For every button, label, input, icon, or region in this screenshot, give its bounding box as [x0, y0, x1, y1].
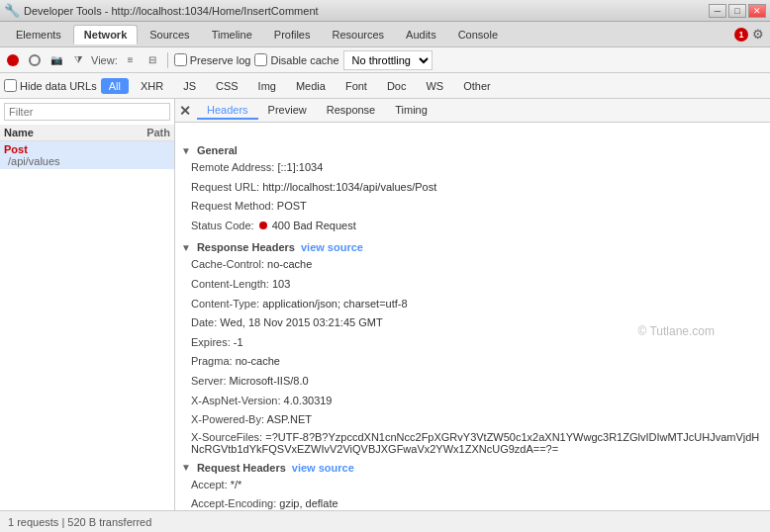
close-detail-button[interactable]: ✕ — [179, 104, 191, 118]
tab-resources[interactable]: Resources — [322, 26, 394, 44]
request-path: /api/values — [4, 155, 60, 167]
error-badge: 1 — [734, 28, 748, 42]
remote-address-key: Remote Address: — [191, 161, 274, 173]
tab-sources[interactable]: Sources — [140, 26, 199, 44]
response-headers-section: ▼ Response Headers view source — [181, 241, 764, 253]
left-panel: Name Path Post /api/values — [0, 99, 175, 510]
filter-tab-doc[interactable]: Doc — [379, 78, 415, 94]
status-text: 1 requests | 520 B transferred — [8, 516, 151, 528]
response-header-pragma: Pragma: no-cache — [181, 352, 764, 372]
tab-timeline[interactable]: Timeline — [202, 26, 262, 44]
filter-tab-css[interactable]: CSS — [208, 78, 246, 94]
preserve-log-label[interactable]: Preserve log — [174, 53, 251, 66]
hide-data-urls-text: Hide data URLs — [20, 80, 97, 92]
stop-button[interactable] — [26, 51, 44, 69]
status-code-val: 400 Bad Request — [272, 220, 356, 231]
detail-tabs: ✕ Headers Preview Response Timing — [175, 99, 770, 123]
request-url-key: Request URL: — [191, 181, 259, 193]
response-header-x-aspnet: X-AspNet-Version: 4.0.30319 — [181, 392, 764, 411]
left-panel-header: Name Path — [0, 125, 174, 141]
filter-tab-media[interactable]: Media — [288, 78, 334, 94]
path-column-header: Path — [146, 127, 170, 138]
request-headers-arrow-icon: ▼ — [181, 462, 191, 473]
request-name: Post — [4, 143, 60, 155]
filter-bar: Hide data URLs All XHR JS CSS Img Media … — [0, 73, 770, 99]
status-code-key: Status Code: — [191, 220, 254, 231]
general-arrow-icon: ▼ — [181, 145, 191, 156]
detail-content: © Tutlane.com ▼ General Remote Address: … — [175, 123, 770, 510]
devtools-icon: 🔧 — [4, 3, 20, 18]
main-toolbar: Elements Network Sources Timeline Profil… — [0, 22, 770, 47]
detail-view-icon[interactable]: ⊟ — [144, 51, 161, 69]
detail-tab-headers[interactable]: Headers — [197, 102, 258, 120]
tab-network[interactable]: Network — [73, 25, 138, 44]
filter-tab-ws[interactable]: WS — [418, 78, 451, 94]
response-header-x-powered: X-Powered-By: ASP.NET — [181, 410, 764, 430]
minimize-button[interactable]: ─ — [709, 4, 726, 18]
titlebar-title: Developer Tools - http://localhost:1034/… — [24, 5, 709, 17]
maximize-button[interactable]: □ — [728, 4, 746, 18]
disable-cache-text: Disable cache — [270, 54, 338, 66]
disable-cache-checkbox[interactable] — [254, 53, 267, 66]
filter-tab-js[interactable]: JS — [175, 78, 204, 94]
record-button[interactable] — [4, 51, 22, 69]
request-view-source-link[interactable]: view source — [292, 462, 354, 474]
request-method-key: Request Method: — [191, 200, 274, 212]
filter-tab-other[interactable]: Other — [455, 78, 499, 94]
response-headers-title: Response Headers — [197, 241, 295, 253]
window-buttons: ─ □ ✕ — [709, 4, 766, 18]
response-header-content-type: Content-Type: application/json; charset=… — [181, 295, 764, 314]
general-section-header: ▼ General — [181, 144, 764, 156]
right-panel: ✕ Headers Preview Response Timing © Tutl… — [175, 99, 770, 510]
response-header-date: Date: Wed, 18 Nov 2015 03:21:45 GMT — [181, 313, 764, 333]
screenshot-button[interactable]: 📷 — [48, 51, 65, 69]
view-source-link[interactable]: view source — [301, 241, 363, 253]
titlebar: 🔧 Developer Tools - http://localhost:103… — [0, 0, 770, 22]
tab-profiles[interactable]: Profiles — [264, 26, 321, 44]
filter-tab-font[interactable]: Font — [337, 78, 375, 94]
hide-data-urls-checkbox[interactable] — [4, 79, 17, 92]
request-url-val: http://localhost:1034/api/values/Post — [262, 181, 436, 193]
request-url-row: Request URL: http://localhost:1034/api/v… — [181, 178, 764, 198]
filter-tab-img[interactable]: Img — [250, 78, 284, 94]
preserve-log-checkbox[interactable] — [174, 53, 187, 66]
disable-cache-label[interactable]: Disable cache — [254, 53, 338, 66]
status-dot-icon — [259, 222, 267, 229]
list-view-icon[interactable]: ≡ — [122, 51, 140, 69]
detail-tab-response[interactable]: Response — [317, 102, 386, 120]
status-bar: 1 requests | 520 B transferred — [0, 510, 770, 532]
filter-tab-xhr[interactable]: XHR — [133, 78, 171, 94]
remote-address-val: [::1]:1034 — [277, 161, 323, 173]
request-headers-section: ▼ Request Headers view source — [181, 462, 764, 474]
search-input[interactable] — [4, 103, 170, 121]
hide-data-urls-label[interactable]: Hide data URLs — [4, 79, 97, 92]
response-header-content-length: Content-Length: 103 — [181, 275, 764, 295]
detail-tab-preview[interactable]: Preview — [258, 102, 317, 120]
filter-tab-all[interactable]: All — [101, 78, 129, 94]
response-header-expires: Expires: -1 — [181, 333, 764, 353]
main-content: Name Path Post /api/values ✕ Headers Pre… — [0, 99, 770, 510]
name-column-header: Name — [4, 127, 146, 138]
settings-icon[interactable]: ⚙ — [752, 27, 764, 42]
separator — [167, 52, 168, 68]
tab-elements[interactable]: Elements — [6, 26, 71, 44]
filter-button[interactable]: ⧩ — [69, 51, 87, 69]
request-header-accept-encoding: Accept-Encoding: gzip, deflate — [181, 494, 764, 510]
request-header-accept: Accept: */* — [181, 476, 764, 495]
request-method-val: POST — [277, 200, 307, 212]
preserve-log-text: Preserve log — [190, 54, 251, 66]
view-label: View: — [91, 54, 118, 66]
remote-address-row: Remote Address: [::1]:1034 — [181, 158, 764, 178]
throttle-select[interactable]: No throttling GPRS Regular 2G Good 2G Re… — [343, 50, 433, 70]
response-header-server: Server: Microsoft-IIS/8.0 — [181, 372, 764, 392]
status-code-row: Status Code: 400 Bad Request — [181, 217, 764, 236]
request-item-post[interactable]: Post /api/values — [0, 141, 174, 169]
close-button[interactable]: ✕ — [748, 4, 766, 18]
detail-tab-timing[interactable]: Timing — [385, 102, 437, 120]
request-method-row: Request Method: POST — [181, 197, 764, 217]
tab-audits[interactable]: Audits — [396, 26, 446, 44]
response-header-x-sourcefiles: X-SourceFiles: =?UTF-8?B?YzpccdXN1cnNcc2… — [181, 430, 764, 456]
response-headers-arrow-icon: ▼ — [181, 242, 191, 253]
general-section-title: General — [197, 144, 238, 156]
tab-console[interactable]: Console — [448, 26, 508, 44]
